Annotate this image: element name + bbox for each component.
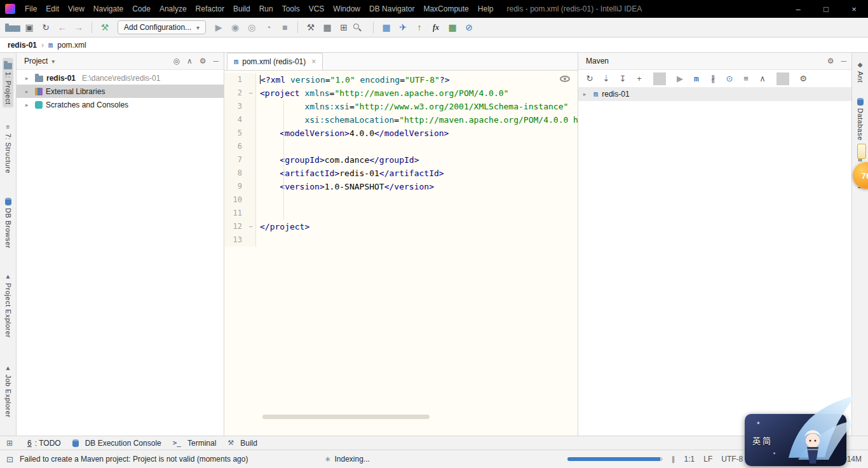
editor-tab-pom-xml[interactable]: m pom.xml (redis-01) ×: [227, 53, 323, 70]
tab-terminal[interactable]: >_ Terminal: [173, 439, 217, 448]
status-panel-icon[interactable]: ⊡: [6, 455, 13, 464]
line-number[interactable]: 5: [224, 127, 246, 140]
code-text[interactable]: <groupId>com.dance</groupId>: [256, 153, 419, 167]
stripe-db-browser[interactable]: DB Browser: [3, 195, 13, 252]
chevron-right-icon[interactable]: ▸: [25, 102, 32, 108]
menu-item[interactable]: File: [20, 4, 41, 13]
code-line[interactable]: 5 <modelVersion>4.0.0</modelVersion>: [224, 127, 578, 140]
code-text[interactable]: [256, 207, 260, 220]
code-line[interactable]: 6: [224, 140, 578, 153]
status-message[interactable]: Failed to create a Maven project: Projec…: [20, 455, 248, 464]
hide-panel-icon[interactable]: ─: [841, 57, 846, 65]
debug-icon[interactable]: ◉: [227, 20, 243, 34]
line-number[interactable]: 11: [224, 207, 246, 220]
maxcompute-studio-icon[interactable]: ✈: [395, 20, 410, 34]
menu-item[interactable]: Window: [329, 4, 365, 13]
offline-mode-icon[interactable]: ⊙: [723, 72, 736, 85]
project-view-selector[interactable]: Project ▾: [24, 57, 55, 65]
show-dependencies-icon[interactable]: ≡: [740, 72, 752, 85]
menu-item[interactable]: View: [64, 4, 89, 13]
back-icon[interactable]: ←: [55, 20, 70, 34]
hide-panel-icon[interactable]: ─: [213, 57, 219, 65]
run-icon[interactable]: ▶: [211, 20, 226, 34]
tab-db-execution-console[interactable]: DB Execution Console: [72, 439, 161, 448]
close-tab-icon[interactable]: ×: [311, 57, 316, 66]
code-line[interactable]: 8 <artifactId>redis-01</artifactId>: [224, 167, 578, 180]
run-configuration-select[interactable]: Add Configuration... ▾: [118, 20, 206, 34]
code-line[interactable]: 10: [224, 193, 578, 207]
export-settings-icon[interactable]: ⊞: [336, 20, 351, 34]
menu-item[interactable]: Code: [128, 4, 155, 13]
tab-todo[interactable]: 6 : TODO: [24, 439, 61, 448]
search-icon[interactable]: [353, 23, 368, 32]
add-maven-project-icon[interactable]: +: [633, 72, 646, 85]
menu-item[interactable]: Refactor: [191, 4, 229, 13]
download-sources-icon[interactable]: ↧: [616, 72, 629, 85]
line-number[interactable]: 3: [224, 100, 246, 113]
chevron-right-icon[interactable]: ▸: [583, 91, 590, 97]
code-text[interactable]: xsi:schemaLocation="http://maven.apache.…: [256, 113, 578, 127]
build-project-icon[interactable]: ⚒: [97, 20, 112, 34]
stripe-ant[interactable]: ◆ Ant: [855, 58, 865, 86]
breadcrumb-project[interactable]: redis-01: [8, 41, 37, 50]
code-text[interactable]: [256, 140, 260, 153]
code-text[interactable]: </project>: [256, 220, 309, 233]
line-number[interactable]: 9: [224, 180, 246, 193]
maven-project-redis-01[interactable]: ▸ m redis-01: [578, 87, 851, 101]
project-structure-icon[interactable]: ▦: [320, 20, 335, 34]
tree-item-scratches[interactable]: ▸ Scratches and Consoles: [17, 98, 224, 111]
code-text[interactable]: <version>1.0-SNAPSHOT</version>: [256, 180, 434, 193]
code-text[interactable]: <project xmlns="http://maven.apache.org/…: [256, 86, 508, 100]
tab-build[interactable]: ⚒ Build: [227, 439, 257, 448]
line-number[interactable]: 13: [224, 233, 246, 247]
line-number[interactable]: 8: [224, 167, 246, 180]
menu-item[interactable]: MaxCompute: [419, 4, 473, 13]
minimize-button[interactable]: –: [784, 0, 812, 18]
db-browser-icon[interactable]: ▦: [379, 20, 394, 34]
line-number[interactable]: 12: [224, 220, 246, 233]
menu-item[interactable]: Tools: [278, 4, 304, 13]
stripe-job-explorer[interactable]: ▲ Job Explorer: [3, 361, 13, 421]
stop-icon[interactable]: ■: [277, 20, 292, 34]
code-line[interactable]: 12−</project>: [224, 220, 578, 233]
code-text[interactable]: <artifactId>redis-01</artifactId>: [256, 167, 444, 180]
code-line[interactable]: 2−<project xmlns="http://maven.apache.or…: [224, 86, 578, 100]
line-number[interactable]: 7: [224, 153, 246, 167]
code-line[interactable]: 1<?xml version="1.0" encoding="UTF-8"?>: [224, 73, 578, 86]
line-number[interactable]: 2: [224, 86, 246, 100]
caret-position-widget[interactable]: 1:1: [684, 455, 695, 464]
line-number[interactable]: 4: [224, 113, 246, 127]
stripe-database[interactable]: Database: [855, 95, 865, 144]
menu-item[interactable]: Analyze: [155, 4, 191, 13]
encoding-widget[interactable]: UTF-8: [721, 455, 743, 464]
function-icon[interactable]: fx: [428, 20, 444, 34]
line-number[interactable]: 10: [224, 193, 246, 207]
breadcrumb-file[interactable]: pom.xml: [57, 41, 86, 50]
code-text[interactable]: <?xml version="1.0" encoding="UTF-8"?>: [256, 73, 449, 86]
line-number[interactable]: 6: [224, 140, 246, 153]
scroll-widget-icon[interactable]: [857, 144, 866, 159]
stripe-project-explorer[interactable]: ▲ Project Explorer: [3, 270, 13, 341]
code-text[interactable]: [256, 193, 260, 207]
run-build-icon[interactable]: ▶: [674, 72, 686, 85]
run-with-coverage-icon[interactable]: ◎: [244, 20, 259, 34]
chevron-right-icon[interactable]: ▸: [25, 75, 32, 81]
generate-sources-icon[interactable]: ⇣: [600, 72, 613, 85]
horizontal-scrollbar[interactable]: [262, 415, 430, 419]
menu-item[interactable]: Navigate: [89, 4, 128, 13]
code-text[interactable]: [256, 233, 260, 247]
line-ending-widget[interactable]: LF: [703, 455, 712, 464]
reimport-all-icon[interactable]: ↻: [583, 72, 596, 85]
pause-indexing-icon[interactable]: ∥: [672, 455, 675, 464]
tool-window-switcher-icon[interactable]: ⊞: [6, 439, 13, 448]
profiler-icon[interactable]: ◔: [261, 20, 276, 34]
open-icon[interactable]: [5, 25, 20, 32]
collapse-all-icon[interactable]: ∧: [756, 72, 769, 85]
table-export-icon[interactable]: ▦: [445, 20, 460, 34]
forward-icon[interactable]: →: [71, 20, 86, 34]
tree-item-external-libraries[interactable]: ▸ External Libraries: [17, 85, 224, 98]
desktop-pet-widget[interactable]: 英简 ✦ ✦: [745, 414, 846, 466]
tree-item-redis-01[interactable]: ▸ redis-01 E:\dance\redis\redis-01: [17, 71, 224, 85]
code-line[interactable]: 11: [224, 207, 578, 220]
deploy-icon[interactable]: ↑: [412, 20, 427, 34]
